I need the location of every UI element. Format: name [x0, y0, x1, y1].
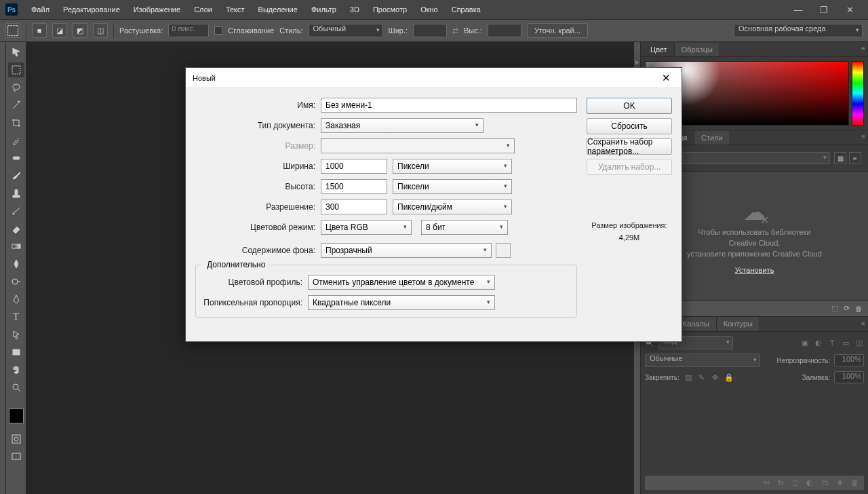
gradient-tool-icon[interactable] [8, 239, 24, 254]
menu-image[interactable]: Изображение [127, 0, 187, 19]
selection-new-icon[interactable]: ■ [32, 23, 47, 38]
screenmode-icon[interactable] [8, 449, 24, 464]
foreground-color-swatch[interactable] [9, 408, 24, 423]
panel-menu-icon[interactable]: ≡ [861, 45, 865, 52]
lock-all-icon[interactable]: 🔒 [724, 373, 734, 382]
bg-select[interactable]: Прозрачный [321, 243, 492, 258]
feather-input[interactable]: 0 пикс. [168, 24, 209, 37]
antialias-checkbox[interactable] [214, 26, 222, 35]
doctype-select[interactable]: Заказная [321, 118, 484, 133]
fill-input[interactable]: 100% [834, 371, 864, 383]
menu-help[interactable]: Справка [445, 0, 488, 19]
workspace-select[interactable]: Основная рабочая среда [734, 24, 863, 37]
width-input[interactable] [413, 24, 447, 37]
blend-mode-select[interactable]: Обычные [645, 354, 760, 367]
minimize-button[interactable]: — [789, 5, 807, 15]
bg-color-swatch[interactable] [496, 243, 511, 258]
move-tool-icon[interactable] [8, 45, 24, 60]
ok-button[interactable]: OK [587, 98, 672, 114]
marquee-tool-icon[interactable] [5, 23, 20, 38]
rectangle-tool-icon[interactable] [8, 345, 24, 360]
new-group-icon[interactable]: 🗀 [821, 478, 829, 487]
dodge-tool-icon[interactable] [8, 274, 24, 289]
refine-edge-button[interactable]: Уточн. край... [527, 23, 588, 38]
save-preset-button[interactable]: Сохранить набор параметров... [587, 138, 672, 155]
name-input[interactable] [321, 98, 577, 113]
menu-file[interactable]: Файл [24, 0, 56, 19]
menu-view[interactable]: Просмотр [366, 0, 414, 19]
height-input[interactable] [321, 179, 387, 194]
panel-collapse-icon[interactable]: ▸ [635, 57, 639, 66]
width-unit-select[interactable]: Пиксели [393, 159, 512, 174]
resolution-unit-select[interactable]: Пиксели/дюйм [393, 200, 512, 214]
filter-smart-icon[interactable]: ◫ [854, 339, 864, 347]
filter-pixel-icon[interactable]: ▣ [800, 339, 810, 347]
layer-mask-icon[interactable]: ◻ [792, 478, 798, 487]
width-input[interactable] [321, 159, 387, 174]
path-select-tool-icon[interactable] [8, 327, 24, 342]
quickmask-icon[interactable] [8, 432, 24, 446]
heal-tool-icon[interactable] [8, 151, 24, 166]
panel-menu-icon[interactable]: ≡ [861, 133, 865, 140]
menu-window[interactable]: Окно [414, 0, 445, 19]
icon-2[interactable]: ⟳ [844, 304, 850, 313]
eyedropper-tool-icon[interactable] [8, 133, 24, 148]
profile-select[interactable]: Отменить управление цветом в документе [308, 275, 495, 290]
link-layers-icon[interactable]: ⚯ [764, 478, 770, 487]
history-brush-tool-icon[interactable] [8, 204, 24, 218]
magic-wand-tool-icon[interactable] [8, 98, 24, 113]
cc-install-link[interactable]: Установить [735, 266, 774, 274]
stamp-tool-icon[interactable] [8, 186, 24, 201]
resolution-input[interactable] [321, 200, 387, 214]
new-adjustment-icon[interactable]: ◐ [806, 478, 813, 487]
maximize-button[interactable]: ❐ [815, 5, 833, 15]
tab-paths[interactable]: Контуры [717, 317, 760, 331]
menu-layers[interactable]: Слои [187, 0, 219, 19]
menu-select[interactable]: Выделение [252, 0, 304, 19]
selection-sub-icon[interactable]: ◩ [73, 23, 87, 38]
icon-1[interactable]: ⬚ [831, 304, 838, 313]
filter-type-icon[interactable]: T [827, 339, 837, 347]
height-unit-select[interactable]: Пиксели [393, 179, 512, 194]
selection-intersect-icon[interactable]: ◫ [93, 23, 108, 38]
marquee-tool-icon[interactable] [8, 62, 24, 77]
style-select[interactable]: Обычный [309, 24, 383, 37]
selection-add-icon[interactable]: ◪ [52, 23, 67, 38]
view-list-icon[interactable]: ≡ [849, 152, 861, 164]
cancel-button[interactable]: Сбросить [587, 118, 672, 134]
crop-tool-icon[interactable] [8, 115, 24, 130]
layer-fx-icon[interactable]: fx [778, 478, 784, 487]
menu-filter[interactable]: Фильтр [304, 0, 343, 19]
close-button[interactable]: ✕ [841, 5, 859, 15]
swap-wh-icon[interactable]: ⇄ [452, 26, 458, 35]
height-input[interactable] [488, 24, 521, 37]
lock-paint-icon[interactable]: ✎ [697, 373, 707, 382]
trash-icon[interactable]: 🗑 [855, 305, 863, 313]
menu-text[interactable]: Текст [219, 0, 252, 19]
menu-edit[interactable]: Редактирование [56, 0, 127, 19]
tab-swatches[interactable]: Образцы [675, 43, 720, 56]
type-tool-icon[interactable]: T [8, 309, 24, 324]
lock-pixels-icon[interactable]: ▨ [684, 373, 693, 382]
delete-layer-icon[interactable]: 🗑 [851, 478, 859, 487]
pen-tool-icon[interactable] [8, 292, 24, 307]
hand-tool-icon[interactable] [8, 362, 24, 377]
tab-color[interactable]: Цвет [644, 43, 675, 56]
lock-position-icon[interactable]: ✥ [711, 373, 720, 382]
filter-adjust-icon[interactable]: ◐ [814, 339, 823, 347]
filter-shape-icon[interactable]: ▭ [841, 339, 850, 347]
pixratio-select[interactable]: Квадратные пиксели [308, 295, 495, 310]
brush-tool-icon[interactable] [8, 168, 24, 183]
new-layer-icon[interactable]: ✚ [837, 478, 843, 487]
view-grid-icon[interactable]: ▦ [834, 152, 846, 164]
tab-styles[interactable]: Стили [694, 131, 730, 145]
zoom-tool-icon[interactable] [8, 380, 24, 395]
menu-3d[interactable]: 3D [343, 0, 366, 19]
hue-slider[interactable] [852, 61, 864, 126]
panel-menu-icon[interactable]: ≡ [861, 320, 865, 327]
eraser-tool-icon[interactable] [8, 221, 24, 236]
lasso-tool-icon[interactable] [8, 80, 24, 95]
opacity-input[interactable]: 100% [834, 354, 864, 366]
blur-tool-icon[interactable] [8, 256, 24, 271]
colormode-select[interactable]: Цвета RGB [321, 220, 412, 235]
